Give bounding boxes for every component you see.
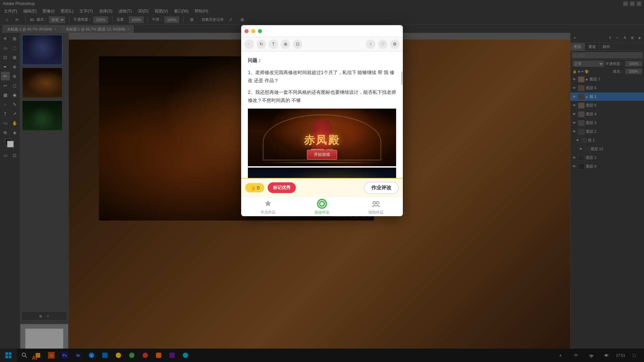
modal-images: 赤凤殿 开始游戏 <box>248 109 396 178</box>
back-icon: ← <box>247 42 252 47</box>
modal-bottom-bar: 👍 0 标记优秀 作业评改 <box>241 178 403 197</box>
like-count: 0 <box>257 185 260 190</box>
nav-revise-homework[interactable]: 批改作业 <box>308 197 336 216</box>
text-icon: T <box>272 42 275 47</box>
nav-text-btn[interactable]: T <box>269 40 278 49</box>
modal-titlebar <box>241 25 403 37</box>
modal-text-1: 1、老师修改完我再修改时间就超过1个月了，私信下 能够继续 帮 我 修改 还是 … <box>248 69 396 85</box>
modal-nav: ← ↻ T ⊕ ⊡ ↑ ♡ ⚙ <box>241 37 403 51</box>
modal-window: ← ↻ T ⊕ ⊡ ↑ ♡ ⚙ <box>241 25 403 216</box>
nav-group-works[interactable]: 组组作品 <box>362 197 390 216</box>
ai-label: Ai <box>32 354 37 362</box>
ai-text: Ai <box>32 355 37 361</box>
modal-overlay: ← ↻ T ⊕ ⊡ ↑ ♡ ⚙ <box>0 0 644 362</box>
heart-icon: ♡ <box>381 42 385 47</box>
modal-close-btn[interactable] <box>245 29 249 33</box>
modal-image-1: 赤凤殿 开始游戏 <box>248 109 396 166</box>
modal-min-btn[interactable] <box>251 29 255 33</box>
revise-homework-label: 批改作业 <box>315 210 329 215</box>
group-works-label: 组组作品 <box>369 210 383 215</box>
modal-scrollbar[interactable] <box>401 51 403 177</box>
svg-point-2 <box>320 202 324 205</box>
nav-settings-btn[interactable]: ⚙ <box>390 40 399 49</box>
modal-image-2 <box>248 168 396 178</box>
nav-share-btn[interactable]: ↑ <box>366 40 375 49</box>
game-title-text: 赤凤殿 <box>304 133 340 148</box>
share-icon: ↑ <box>370 42 372 47</box>
nav-refresh-btn[interactable]: ↻ <box>257 40 266 49</box>
nav-student-works[interactable]: 学员作品 <box>254 197 282 216</box>
group-works-icon <box>371 199 381 209</box>
link-icon: ⊕ <box>284 42 287 47</box>
bookmark-icon: ⊡ <box>296 42 300 47</box>
nav-heart-btn[interactable]: ♡ <box>378 40 387 49</box>
modal-question-label: 问题： <box>248 57 396 65</box>
review-button[interactable]: 作业评改 <box>364 182 399 194</box>
like-icon: 👍 <box>250 185 256 190</box>
game-start-btn[interactable]: 开始游戏 <box>307 150 337 160</box>
student-works-label: 学员作品 <box>261 210 275 215</box>
nav-bookmark-btn[interactable]: ⊡ <box>293 40 302 49</box>
modal-bottom-nav: 学员作品 批改作业 <box>241 197 403 216</box>
like-button[interactable]: 👍 0 <box>245 183 264 192</box>
modal-content: 问题： 1、老师修改完我再修改时间就超过1个月了，私信下 能够继续 帮 我 修改… <box>241 51 403 178</box>
scrollbar-thumb <box>401 71 402 85</box>
svg-point-3 <box>373 201 376 204</box>
modal-max-btn[interactable] <box>258 29 262 33</box>
svg-point-4 <box>376 201 379 204</box>
svg-marker-0 <box>265 200 271 206</box>
nav-link-btn[interactable]: ⊕ <box>281 40 290 49</box>
nav-back-btn[interactable]: ← <box>245 40 254 49</box>
revise-homework-icon <box>317 199 327 209</box>
settings-icon: ⚙ <box>393 42 397 47</box>
mark-excellent-button[interactable]: 标记优秀 <box>268 182 296 193</box>
modal-text-2: 2、我还想再做一套不同风格的还有图标也要继续设计，能否私下找老师修改？不然时间真… <box>248 88 396 105</box>
refresh-icon: ↻ <box>260 42 263 47</box>
student-works-icon <box>263 199 273 209</box>
